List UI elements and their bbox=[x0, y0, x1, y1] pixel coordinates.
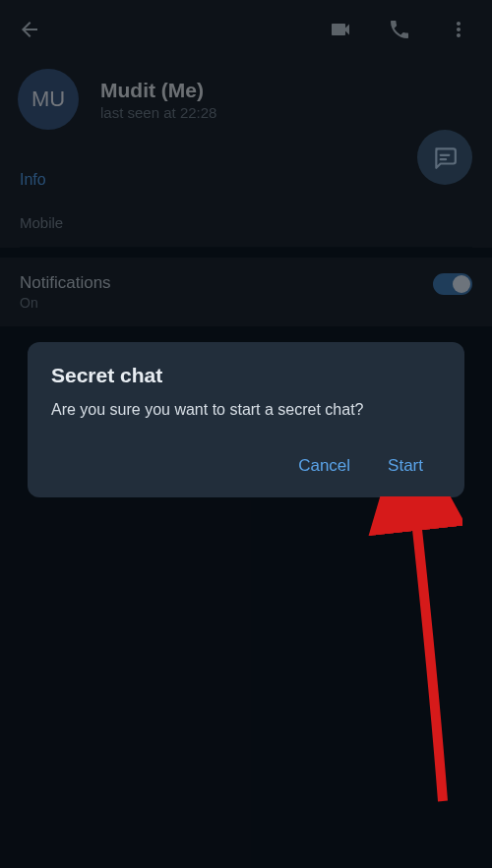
dialog-title: Secret chat bbox=[51, 364, 441, 387]
cancel-button[interactable]: Cancel bbox=[298, 456, 350, 476]
secret-chat-dialog: Secret chat Are you sure you want to sta… bbox=[28, 342, 464, 497]
dialog-actions: Cancel Start bbox=[51, 456, 441, 486]
dialog-message: Are you sure you want to start a secret … bbox=[51, 401, 441, 419]
start-button[interactable]: Start bbox=[388, 456, 423, 476]
